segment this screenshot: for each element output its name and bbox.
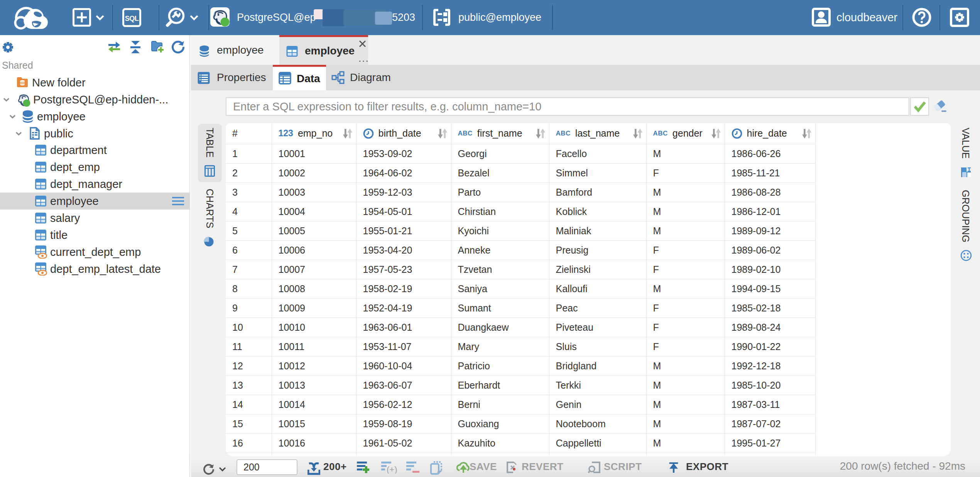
svg-text:SQL: SQL: [125, 15, 139, 22]
svg-text:(+): (+): [387, 465, 397, 474]
